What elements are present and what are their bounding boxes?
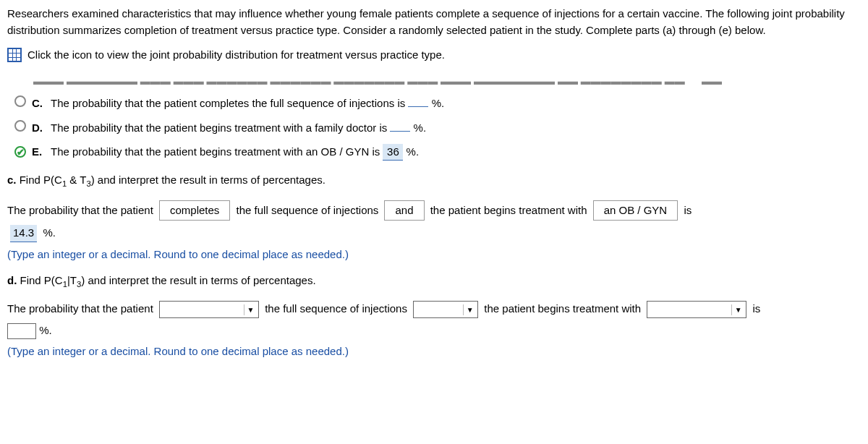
option-e-text: The probability that the patient begins … <box>51 144 419 161</box>
part-d-hint: (Type an integer or a decimal. Round to … <box>7 343 861 360</box>
part-d-value-line: %. <box>7 323 861 339</box>
part-d-value-input[interactable] <box>7 323 36 339</box>
option-letter-d: D. <box>32 120 45 137</box>
radio-option-e[interactable] <box>14 146 26 158</box>
part-c-heading: c. Find P(C1 & T3) and interpret the res… <box>7 172 861 190</box>
option-d-blank[interactable] <box>390 131 410 132</box>
part-d-heading: d. Find P(C1|T3) and interpret the resul… <box>7 273 861 291</box>
option-letter-e: E. <box>32 144 45 161</box>
part-c-select-1: completes <box>159 200 230 221</box>
option-c-text: The probability that the patient complet… <box>51 95 444 112</box>
chevron-down-icon: ▼ <box>244 304 257 315</box>
option-e-blank[interactable]: 36 <box>383 144 403 161</box>
part-d-select-1[interactable]: ▼ <box>159 301 259 318</box>
option-letter-c: C. <box>32 95 45 112</box>
part-d-answer: The probability that the patient ▼ the f… <box>7 301 861 318</box>
part-c-hint: (Type an integer or a decimal. Round to … <box>7 247 861 263</box>
part-c-select-3: an OB / GYN <box>593 200 678 221</box>
option-d-text: The probability that the patient begins … <box>51 120 426 137</box>
option-c-blank[interactable] <box>408 106 428 107</box>
part-c-answer: The probability that the patient complet… <box>7 200 861 221</box>
chevron-down-icon: ▼ <box>463 304 476 315</box>
radio-option-c[interactable] <box>14 95 26 107</box>
part-d-select-2[interactable]: ▼ <box>413 301 478 318</box>
part-c-select-2: and <box>384 200 424 221</box>
table-icon[interactable] <box>7 48 22 62</box>
truncated-prev-option: ▬▬▬ ▬▬▬▬▬▬▬ ▬▬▬ ▬▬▬ ▬▬▬▬▬▬ ▬▬▬▬▬▬ ▬▬▬▬▬▬… <box>7 74 861 87</box>
part-d-select-3[interactable]: ▼ <box>647 301 746 318</box>
part-c-value: 14.3 <box>10 225 37 242</box>
problem-intro: Researchers examined characteristics tha… <box>7 6 861 38</box>
chevron-down-icon: ▼ <box>731 304 744 315</box>
part-c-value-line: 14.3 %. <box>7 225 861 242</box>
radio-option-d[interactable] <box>14 120 26 132</box>
icon-link-text[interactable]: Click the icon to view the joint probabi… <box>27 47 445 64</box>
